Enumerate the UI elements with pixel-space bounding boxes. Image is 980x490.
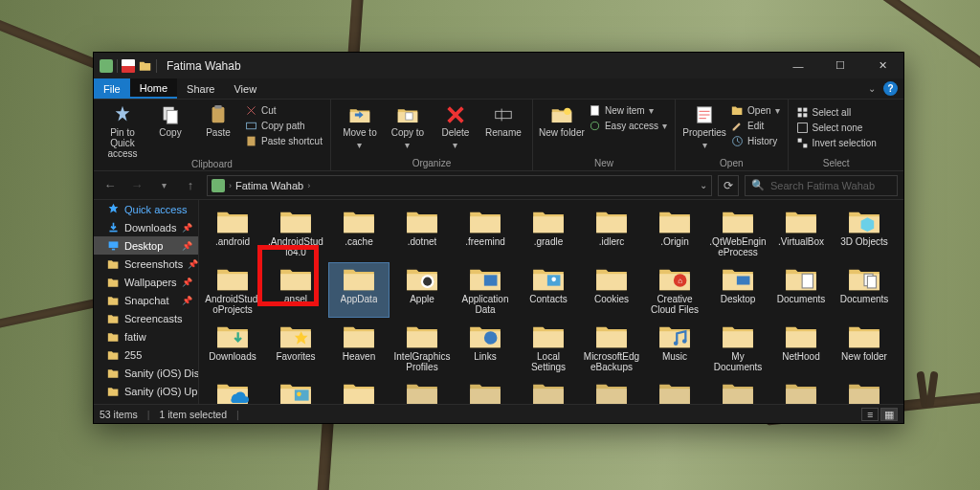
folder-item[interactable]: .VirtualBox	[771, 206, 831, 259]
folder-item[interactable]: Contacts	[519, 263, 578, 317]
folder-item[interactable]: Downloads	[203, 321, 262, 374]
folder-item[interactable]: Documents	[835, 263, 894, 317]
details-view-button[interactable]: ≡	[861, 408, 879, 421]
address-history-icon[interactable]: ⌄	[700, 180, 707, 190]
folder-item[interactable]	[456, 378, 515, 404]
folder-item[interactable]: Favorites	[266, 321, 325, 374]
copy-button[interactable]: Copy	[147, 101, 193, 138]
folder-item[interactable]: Pictures	[266, 378, 325, 404]
folder-item[interactable]: Cookies	[582, 263, 641, 317]
folder-item[interactable]	[582, 378, 641, 404]
tab-file[interactable]: File	[94, 78, 130, 99]
folder-view[interactable]: .android .AndroidStudio4.0 .cache .dotne…	[199, 200, 903, 404]
up-button[interactable]: ↑	[180, 175, 201, 196]
folder-item[interactable]: Music	[645, 321, 704, 374]
tab-home[interactable]: Home	[130, 78, 177, 99]
sidebar-item-sanity-sending-a[interactable]: Sanity Sending a	[94, 400, 198, 404]
move-to-button[interactable]: Move to▾	[337, 101, 383, 150]
select-all-button[interactable]: Select all	[794, 105, 879, 120]
folder-item[interactable]: Application Data	[456, 263, 515, 317]
select-none-button[interactable]: Select none	[794, 121, 879, 135]
open-button[interactable]: Open ▾	[729, 103, 781, 118]
new-item-button[interactable]: New item ▾	[587, 103, 669, 118]
sidebar-item-sanity-ios-upd[interactable]: Sanity (iOS) Upd	[94, 382, 198, 400]
folder-item[interactable]	[835, 378, 894, 404]
folder-item[interactable]: .gradle	[519, 206, 578, 259]
folder-item[interactable]: .android	[203, 206, 262, 259]
delete-button[interactable]: Delete▾	[433, 101, 479, 150]
tab-view[interactable]: View	[224, 78, 266, 99]
icons-view-button[interactable]: ▦	[880, 408, 898, 421]
recent-locations-button[interactable]: ▾	[153, 175, 174, 196]
pin-quick-access-button[interactable]: Pin to Quick access	[100, 101, 145, 159]
folder-item[interactable]: Documents	[771, 263, 831, 317]
help-icon[interactable]: ?	[883, 81, 898, 96]
minimize-button[interactable]: —	[777, 53, 819, 78]
sidebar-item-screenshots[interactable]: Screenshots📌	[94, 255, 198, 273]
folder-item[interactable]: Apple	[392, 263, 452, 317]
ribbon-collapse-icon[interactable]: ⌄	[868, 83, 876, 94]
folder-item[interactable]	[645, 378, 704, 404]
folder-item[interactable]	[519, 378, 578, 404]
paste-shortcut-button[interactable]: Paste shortcut	[243, 134, 324, 148]
folder-item[interactable]: .cache	[329, 206, 389, 259]
sidebar-item-snapchat[interactable]: Snapchat📌	[94, 291, 198, 309]
folder-item[interactable]	[771, 378, 831, 404]
folder-item[interactable]: ansel	[266, 263, 325, 317]
folder-item[interactable]: ⌂ Creative Cloud Files	[645, 263, 704, 317]
folder-item[interactable]: 3D Objects	[835, 206, 894, 259]
history-button[interactable]: History	[729, 134, 781, 148]
sidebar-item-screencasts[interactable]: Screencasts	[94, 309, 198, 327]
sidebar-item-fatiw[interactable]: fatiw	[94, 327, 198, 345]
folder-item[interactable]: Local Settings	[519, 321, 578, 374]
paste-button[interactable]: Paste	[195, 101, 241, 138]
folder-item[interactable]: Heaven	[329, 321, 389, 374]
close-button[interactable]: ✕	[861, 53, 903, 78]
breadcrumb-segment[interactable]: Fatima Wahab	[235, 180, 303, 191]
invert-selection-button[interactable]: Invert selection	[794, 136, 879, 150]
easy-access-button[interactable]: Easy access ▾	[587, 119, 669, 133]
folder-item[interactable]: Desktop	[708, 263, 768, 317]
forward-button[interactable]: →	[126, 175, 147, 196]
sidebar-item-quick-access[interactable]: Quick access	[94, 200, 198, 218]
folder-item[interactable]: AndroidStudioProjects	[203, 263, 262, 317]
rename-button[interactable]: Rename	[480, 101, 526, 138]
sidebar-item-desktop[interactable]: Desktop📌	[94, 236, 198, 255]
folder-icon[interactable]	[139, 59, 152, 73]
folder-item[interactable]	[392, 378, 452, 404]
folder-item[interactable]: Links	[456, 321, 515, 374]
cut-button[interactable]: Cut	[243, 103, 324, 118]
folder-item[interactable]: .dotnet	[392, 206, 452, 259]
folder-item[interactable]: My Documents	[708, 321, 768, 374]
refresh-button[interactable]: ⟳	[718, 175, 739, 196]
maximize-button[interactable]: ☐	[819, 53, 861, 78]
folder-item[interactable]	[708, 378, 768, 404]
folder-item[interactable]: .idlerc	[582, 206, 641, 259]
sidebar-item-255[interactable]: 255	[94, 345, 198, 364]
folder-item[interactable]: .AndroidStudio4.0	[266, 206, 325, 259]
folder-item[interactable]: New folder	[835, 321, 894, 374]
address-bar[interactable]: › Fatima Wahab › ⌄	[207, 175, 712, 196]
folder-item[interactable]: NetHood	[771, 321, 831, 374]
folder-item[interactable]: PrintHood	[329, 378, 389, 404]
titlebar[interactable]: Fatima Wahab — ☐ ✕	[94, 53, 903, 78]
sidebar-item-sanity-ios-disc[interactable]: Sanity (iOS) Disc	[94, 364, 198, 382]
folder-item[interactable]: MicrosoftEdgeBackups	[582, 321, 641, 374]
navigation-pane[interactable]: Quick accessDownloads📌Desktop📌Screenshot…	[94, 200, 199, 404]
folder-item[interactable]: .QtWebEngineProcess	[708, 206, 768, 259]
copy-path-button[interactable]: Copy path	[243, 119, 324, 133]
edit-button[interactable]: Edit	[729, 119, 781, 133]
back-button[interactable]: ←	[100, 175, 121, 196]
folder-item[interactable]: AppData	[329, 263, 389, 317]
tab-share[interactable]: Share	[177, 78, 224, 99]
new-folder-button[interactable]: New folder	[539, 101, 585, 138]
folder-item[interactable]: .freemind	[456, 206, 515, 259]
properties-button[interactable]: Properties▾	[681, 101, 727, 150]
search-input[interactable]: 🔍 Search Fatima Wahab	[745, 175, 898, 196]
folder-item[interactable]: IntelGraphicsProfiles	[392, 321, 452, 374]
sidebar-item-downloads[interactable]: Downloads📌	[94, 218, 198, 236]
properties-icon[interactable]	[122, 59, 135, 73]
folder-item[interactable]: OneDrive	[203, 378, 262, 404]
copy-to-button[interactable]: Copy to▾	[385, 101, 431, 150]
folder-item[interactable]: .Origin	[645, 206, 704, 259]
